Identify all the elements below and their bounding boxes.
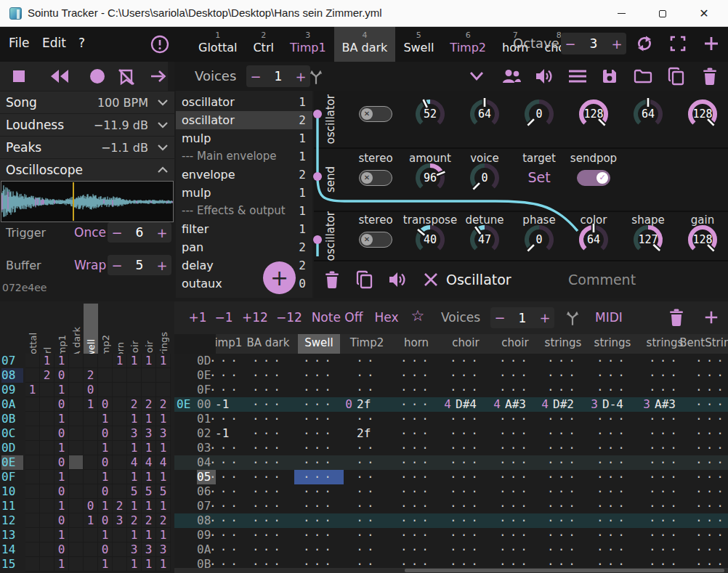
copy-unit-icon[interactable] — [356, 270, 373, 289]
order-cell[interactable] — [40, 513, 54, 528]
empty-cell[interactable]: ··· — [294, 441, 344, 455]
order-cell[interactable]: 1 — [54, 528, 69, 542]
empty-cell[interactable]: ··· — [538, 412, 588, 426]
empty-cell[interactable]: ··· — [588, 412, 637, 426]
stereo-toggle[interactable]: ✕ — [359, 170, 392, 186]
empty-cell[interactable]: ·· — [342, 412, 392, 426]
empty-cell[interactable]: ··· — [640, 455, 689, 470]
voices-minus-button[interactable]: − — [246, 69, 265, 84]
order-cell[interactable]: 0 — [54, 513, 69, 528]
empty-cell[interactable]: ··· — [294, 484, 344, 499]
order-cell[interactable] — [156, 368, 171, 383]
empty-cell[interactable]: ··· — [243, 484, 293, 499]
empty-cell[interactable]: ··· — [243, 499, 293, 513]
empty-cell[interactable]: ··· — [640, 368, 689, 383]
order-row-number-0D[interactable]: 0D — [1, 441, 23, 455]
order-cell[interactable]: 1 — [142, 557, 156, 572]
empty-cell[interactable]: ··· — [243, 470, 293, 484]
empty-cell[interactable]: ··· — [538, 484, 588, 499]
empty-cell[interactable]: ··· — [294, 528, 344, 542]
empty-cell[interactable]: ··· — [392, 470, 441, 484]
order-row-number-09[interactable]: 09 — [1, 383, 23, 397]
order-cell[interactable] — [113, 528, 127, 542]
order-cell[interactable]: 1 — [127, 470, 142, 484]
order-cell[interactable]: 2 — [127, 513, 142, 528]
empty-cell[interactable]: ··· — [687, 368, 728, 383]
empty-cell[interactable]: ·· — [342, 441, 392, 455]
close-button[interactable]: ✕ — [687, 0, 721, 27]
empty-cell[interactable]: ··· — [640, 441, 689, 455]
knob-shape[interactable]: 127 — [630, 222, 666, 258]
order-cell[interactable]: 3 — [156, 542, 171, 557]
note-off-button[interactable]: Note Off — [312, 310, 363, 325]
order-cell[interactable]: 0 — [98, 455, 113, 470]
order-cell[interactable] — [69, 484, 84, 499]
trash-icon[interactable] — [702, 67, 718, 86]
delete-unit-icon[interactable] — [324, 270, 340, 289]
order-cell[interactable] — [25, 368, 40, 383]
order-row-number-0A[interactable]: 0A — [1, 397, 23, 412]
empty-cell[interactable]: ··· — [201, 499, 250, 513]
order-cell[interactable]: 1 — [142, 441, 156, 455]
order-cell[interactable]: 1 — [142, 528, 156, 542]
order-cell[interactable] — [113, 484, 127, 499]
empty-cell[interactable]: ··· — [640, 513, 689, 528]
chevron-down-icon[interactable] — [157, 144, 169, 151]
order-cell[interactable] — [40, 528, 54, 542]
menu-help[interactable]: ? — [78, 36, 85, 50]
sendpop-toggle[interactable]: ✓ — [577, 170, 610, 186]
save-icon[interactable] — [601, 68, 618, 85]
order-cell[interactable] — [69, 412, 84, 426]
unit-speaker-icon[interactable] — [388, 271, 407, 288]
order-cell[interactable] — [113, 455, 127, 470]
trigger-minus-button[interactable]: − — [108, 225, 126, 240]
order-cell[interactable] — [25, 426, 40, 441]
order-row-number-0F[interactable]: 0F — [1, 470, 23, 484]
order-cell[interactable] — [84, 354, 98, 368]
empty-cell[interactable]: ··· — [392, 383, 441, 397]
order-cell[interactable] — [25, 455, 40, 470]
unit-list-item--effects-output[interactable]: --- Effects & output1 — [176, 202, 312, 220]
empty-cell[interactable]: ··· — [392, 499, 441, 513]
empty-cell[interactable]: ··· — [687, 470, 728, 484]
order-row-number-10[interactable]: 10 — [1, 484, 23, 499]
empty-cell[interactable]: ··· — [640, 354, 689, 368]
order-cell[interactable]: 5 — [127, 484, 142, 499]
order-cell[interactable] — [40, 484, 54, 499]
order-cell[interactable]: 2 — [127, 397, 142, 412]
order-cell[interactable] — [113, 470, 127, 484]
order-cell[interactable]: 1 — [142, 470, 156, 484]
empty-cell[interactable]: ·· — [342, 528, 392, 542]
empty-cell[interactable]: ··· — [201, 470, 250, 484]
empty-cell[interactable]: ··· — [687, 542, 728, 557]
order-cell[interactable] — [40, 470, 54, 484]
order-cell[interactable]: 1 — [156, 528, 171, 542]
order-cell[interactable] — [113, 383, 127, 397]
empty-cell[interactable]: ··· — [538, 513, 588, 528]
maximize-button[interactable] — [646, 0, 679, 27]
order-cell[interactable] — [84, 470, 98, 484]
empty-cell[interactable]: ··· — [243, 412, 293, 426]
order-cell[interactable] — [69, 499, 84, 513]
order-cell[interactable]: 1 — [142, 354, 156, 368]
empty-cell[interactable]: ··· — [588, 455, 637, 470]
empty-cell[interactable]: ··· — [538, 441, 588, 455]
empty-cell[interactable]: ··· — [588, 368, 637, 383]
menu-icon[interactable] — [567, 69, 588, 84]
warning-icon[interactable] — [150, 34, 170, 54]
empty-cell[interactable]: ··· — [441, 412, 490, 426]
unit-list-item-oscillator[interactable]: oscillator1 — [176, 93, 312, 111]
order-cell[interactable] — [40, 499, 54, 513]
order-cell[interactable] — [69, 557, 84, 572]
empty-cell[interactable]: ··· — [490, 513, 540, 528]
empty-cell[interactable]: ··· — [201, 368, 250, 383]
empty-cell[interactable]: ··· — [687, 383, 728, 397]
order-cell[interactable] — [113, 557, 127, 572]
order-cell[interactable]: 3 — [113, 513, 127, 528]
order-cell[interactable] — [113, 368, 127, 383]
order-cell[interactable]: 0 — [84, 499, 98, 513]
empty-cell[interactable]: ··· — [392, 528, 441, 542]
add-icon[interactable] — [703, 35, 720, 52]
order-cell[interactable] — [25, 397, 40, 412]
trigger-mode-button[interactable]: Once — [74, 225, 106, 240]
